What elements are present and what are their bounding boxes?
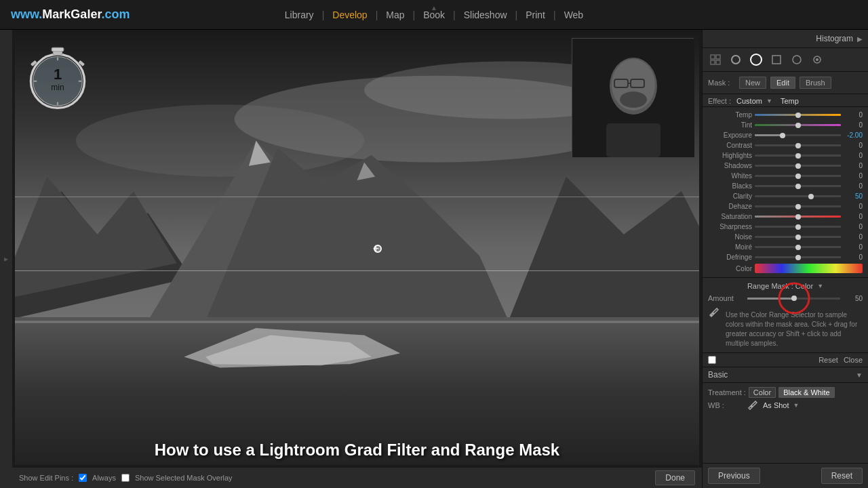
contrast-slider-row: Contrast 0 — [703, 140, 868, 150]
nav-map[interactable]: Map — [380, 7, 410, 23]
temp-handle[interactable] — [795, 113, 801, 118]
exposure-label: Exposure — [708, 131, 752, 139]
treatment-section: Treatment : Color Black & White WB : As … — [703, 383, 868, 414]
moire-track[interactable] — [755, 246, 841, 248]
reset-mask-button[interactable]: Reset — [818, 356, 838, 364]
graduated-filter-icon[interactable] — [789, 52, 804, 67]
wb-dropdown-icon[interactable]: ▼ — [793, 402, 800, 409]
svg-point-33 — [620, 92, 647, 108]
left-panel-toggle[interactable]: ▸ — [0, 30, 12, 488]
noise-value: 0 — [844, 233, 863, 241]
contrast-handle[interactable] — [795, 143, 801, 148]
tint-value: 0 — [844, 121, 863, 129]
temp-track[interactable] — [755, 114, 841, 116]
right-panel: Histogram ▶ — [702, 30, 868, 488]
highlights-handle[interactable] — [795, 153, 801, 159]
saturation-handle[interactable] — [795, 214, 801, 220]
whites-track[interactable] — [755, 175, 841, 177]
basic-collapse-icon[interactable]: ▼ — [856, 371, 863, 379]
mask-visibility-checkbox[interactable] — [708, 356, 716, 364]
dehaze-track[interactable] — [755, 205, 841, 207]
effect-value[interactable]: Custom — [736, 97, 762, 105]
blacks-handle[interactable] — [795, 184, 801, 189]
grad-filter-center-control[interactable] — [374, 245, 382, 253]
basic-label: Basic — [708, 370, 728, 380]
previous-button[interactable]: Previous — [708, 468, 760, 484]
range-amount-row: Amount 50 — [708, 294, 863, 302]
dehaze-value: 0 — [844, 203, 863, 210]
dehaze-handle[interactable] — [795, 204, 801, 209]
shadows-handle[interactable] — [795, 163, 801, 169]
noise-slider-row: Noise 0 — [703, 232, 868, 242]
nav-develop[interactable]: Develop — [327, 7, 372, 23]
noise-track[interactable] — [755, 236, 841, 238]
crop-tool-icon[interactable] — [728, 52, 743, 67]
done-button[interactable]: Done — [655, 470, 695, 485]
saturation-slider-row: Saturation 0 — [703, 211, 868, 222]
sharpness-handle[interactable] — [795, 224, 801, 230]
sharpness-track[interactable] — [755, 226, 841, 228]
dehaze-slider-row: Dehaze 0 — [703, 201, 868, 211]
saturation-track[interactable] — [755, 216, 841, 218]
effect-label: Effect : — [708, 97, 731, 105]
nav-web[interactable]: Web — [559, 7, 589, 23]
shadows-label: Shadows — [708, 162, 752, 169]
shadows-value: 0 — [844, 162, 863, 169]
contrast-track[interactable] — [755, 144, 841, 146]
defringe-slider-row: Defringe 0 — [703, 252, 868, 262]
left-chevron-icon: ▸ — [4, 254, 8, 264]
highlights-track[interactable] — [755, 155, 841, 157]
mask-brush-button[interactable]: Brush — [800, 77, 831, 89]
noise-label: Noise — [708, 233, 752, 241]
amount-handle[interactable] — [791, 296, 797, 301]
svg-rect-39 — [772, 56, 781, 64]
wb-eyedropper-icon[interactable] — [748, 401, 757, 410]
moire-handle[interactable] — [795, 245, 801, 250]
show-mask-label: Show Selected Mask Overlay — [135, 474, 233, 482]
blacks-track[interactable] — [755, 185, 841, 187]
always-checkbox[interactable] — [79, 474, 87, 482]
basic-section-header[interactable]: Basic ▼ — [703, 367, 868, 383]
defringe-handle[interactable] — [795, 255, 801, 260]
histogram-label: Histogram — [816, 34, 853, 43]
amount-track[interactable] — [747, 298, 840, 300]
svg-text:min: min — [51, 83, 64, 92]
heal-tool-icon[interactable] — [749, 52, 764, 67]
effect-dropdown-icon[interactable]: ▼ — [766, 98, 772, 104]
contrast-value: 0 — [844, 142, 863, 149]
noise-handle[interactable] — [795, 235, 801, 240]
show-mask-checkbox[interactable] — [121, 474, 130, 482]
guide-line-horizontal — [15, 270, 699, 271]
histogram-collapse-icon[interactable]: ▶ — [857, 35, 863, 43]
clarity-track[interactable] — [755, 195, 841, 197]
exposure-handle[interactable] — [780, 133, 785, 138]
mask-new-button[interactable]: New — [739, 77, 766, 89]
range-mask-dropdown-icon[interactable]: ▼ — [817, 283, 823, 289]
blacks-value: 0 — [844, 182, 863, 190]
histogram-tool-icon[interactable] — [708, 52, 723, 67]
color-swatch-bar[interactable] — [755, 264, 863, 273]
sharpness-slider-row: Sharpness 0 — [703, 222, 868, 232]
top-navigation: www.MarkGaler.com Library | Develop | Ma… — [0, 0, 868, 30]
exposure-track[interactable] — [755, 134, 841, 136]
nav-slideshow[interactable]: Slideshow — [458, 7, 513, 23]
whites-handle[interactable] — [795, 174, 801, 179]
shadows-track[interactable] — [755, 165, 841, 167]
treatment-bw-button[interactable]: Black & White — [778, 387, 834, 398]
clarity-handle[interactable] — [808, 194, 814, 199]
tint-track[interactable] — [755, 124, 841, 126]
moire-value: 0 — [844, 243, 863, 251]
eyedropper-icon[interactable] — [708, 306, 720, 319]
clarity-slider-row: Clarity 50 — [703, 191, 868, 201]
radial-filter-icon[interactable] — [810, 52, 825, 67]
close-mask-button[interactable]: Close — [844, 356, 863, 364]
nav-library[interactable]: Library — [279, 7, 319, 23]
mask-edit-button[interactable]: Edit — [770, 77, 795, 89]
reset-panel-button[interactable]: Reset — [821, 468, 863, 484]
nav-print[interactable]: Print — [520, 7, 551, 23]
adjustment-brush-icon[interactable] — [769, 52, 784, 67]
tint-handle[interactable] — [795, 123, 801, 128]
defringe-track[interactable] — [755, 256, 841, 258]
treatment-color-button[interactable]: Color — [749, 387, 776, 398]
wb-value[interactable]: As Shot — [763, 401, 789, 409]
